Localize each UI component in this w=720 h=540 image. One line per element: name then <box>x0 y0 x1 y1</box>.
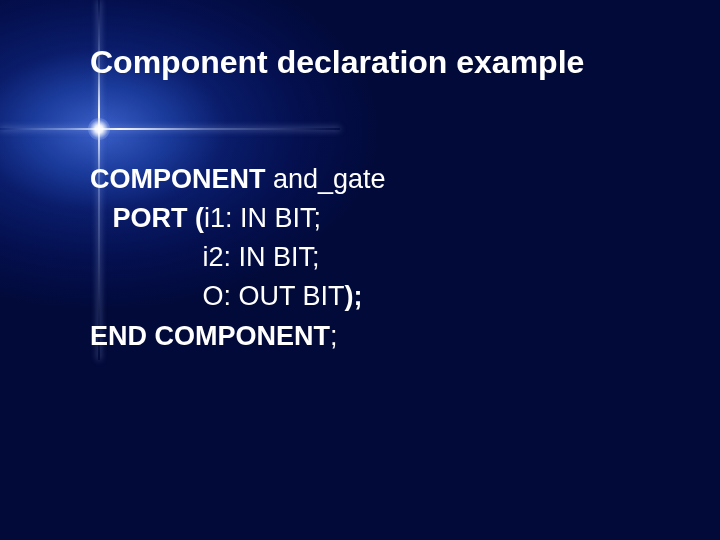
slide: Component declaration example COMPONENT … <box>0 0 720 540</box>
ident-and-gate: and_gate <box>273 164 386 194</box>
lens-flare-core <box>88 118 110 140</box>
code-block: COMPONENT and_gate PORT (i1: IN BIT; i2:… <box>90 160 386 356</box>
port-i1: i1: IN BIT; <box>204 203 321 233</box>
semicolon: ; <box>330 321 338 351</box>
kw-component: COMPONENT <box>90 164 273 194</box>
lens-flare-horizontal <box>0 128 340 130</box>
kw-close-paren: ); <box>345 281 363 311</box>
port-i2: i2: IN BIT; <box>90 242 320 272</box>
port-o: O: OUT BIT <box>90 281 345 311</box>
kw-port: PORT ( <box>90 203 204 233</box>
kw-end-component: END COMPONENT <box>90 321 330 351</box>
slide-title: Component declaration example <box>90 44 584 81</box>
